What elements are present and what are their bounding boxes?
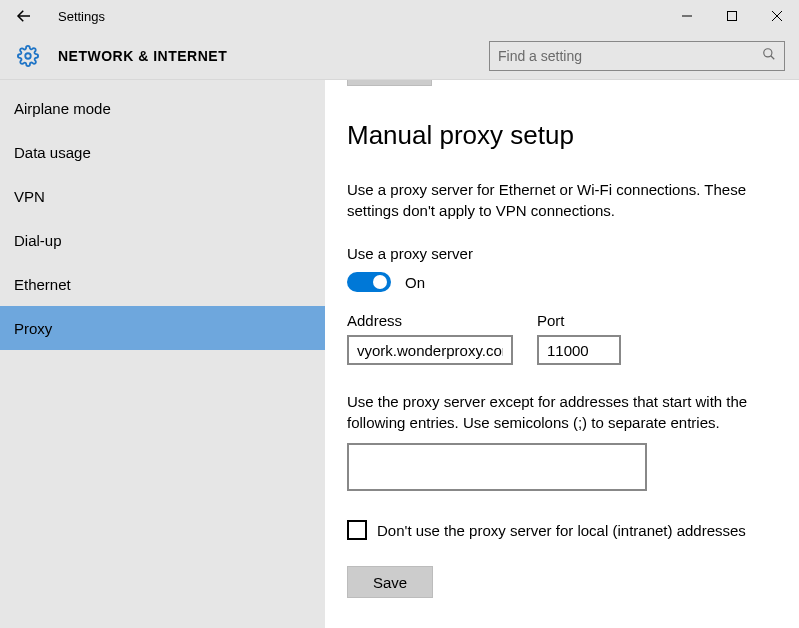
sidebar-item-proxy[interactable]: Proxy xyxy=(0,306,325,350)
minimize-icon xyxy=(682,11,692,21)
settings-gear-icon xyxy=(16,44,40,68)
address-input[interactable] xyxy=(347,335,513,365)
section-title: NETWORK & INTERNET xyxy=(58,48,227,64)
minimize-button[interactable] xyxy=(664,0,709,32)
svg-point-5 xyxy=(25,53,31,59)
address-label: Address xyxy=(347,312,513,329)
search-input[interactable] xyxy=(498,48,762,64)
sidebar-item-label: Proxy xyxy=(14,320,52,337)
use-proxy-label: Use a proxy server xyxy=(347,245,785,262)
sidebar-item-ethernet[interactable]: Ethernet xyxy=(0,262,325,306)
svg-point-6 xyxy=(764,49,772,57)
sidebar: Airplane mode Data usage VPN Dial-up Eth… xyxy=(0,80,325,628)
close-icon xyxy=(772,11,782,21)
maximize-button[interactable] xyxy=(709,0,754,32)
port-label: Port xyxy=(537,312,621,329)
port-input[interactable] xyxy=(537,335,621,365)
svg-rect-2 xyxy=(727,12,736,21)
back-button[interactable] xyxy=(10,2,38,30)
exceptions-label: Use the proxy server except for addresse… xyxy=(347,391,785,433)
exceptions-input[interactable] xyxy=(347,443,647,491)
window-controls xyxy=(664,0,799,32)
page-heading: Manual proxy setup xyxy=(347,120,785,151)
local-addresses-label: Don't use the proxy server for local (in… xyxy=(377,522,746,539)
save-button[interactable]: Save xyxy=(347,566,433,598)
close-button[interactable] xyxy=(754,0,799,32)
sidebar-item-data-usage[interactable]: Data usage xyxy=(0,130,325,174)
sidebar-item-label: Data usage xyxy=(14,144,91,161)
sidebar-item-dial-up[interactable]: Dial-up xyxy=(0,218,325,262)
page-description: Use a proxy server for Ethernet or Wi-Fi… xyxy=(347,179,767,221)
sidebar-item-label: VPN xyxy=(14,188,45,205)
toggle-state-label: On xyxy=(405,274,425,291)
sidebar-item-label: Ethernet xyxy=(14,276,71,293)
search-box[interactable] xyxy=(489,41,785,71)
use-proxy-toggle[interactable] xyxy=(347,272,391,292)
sidebar-item-label: Airplane mode xyxy=(14,100,111,117)
window-title: Settings xyxy=(58,9,105,24)
sidebar-item-airplane-mode[interactable]: Airplane mode xyxy=(0,86,325,130)
sidebar-item-label: Dial-up xyxy=(14,232,62,249)
content-panel: Manual proxy setup Use a proxy server fo… xyxy=(325,80,799,628)
search-icon xyxy=(762,47,776,64)
local-addresses-checkbox[interactable] xyxy=(347,520,367,540)
titlebar: Settings xyxy=(0,0,799,32)
sidebar-item-vpn[interactable]: VPN xyxy=(0,174,325,218)
save-button-label: Save xyxy=(373,574,407,591)
maximize-icon xyxy=(727,11,737,21)
back-arrow-icon xyxy=(15,7,33,25)
toggle-knob xyxy=(373,275,387,289)
partial-button-above[interactable] xyxy=(347,80,432,86)
svg-line-7 xyxy=(771,56,775,60)
header: NETWORK & INTERNET xyxy=(0,32,799,80)
